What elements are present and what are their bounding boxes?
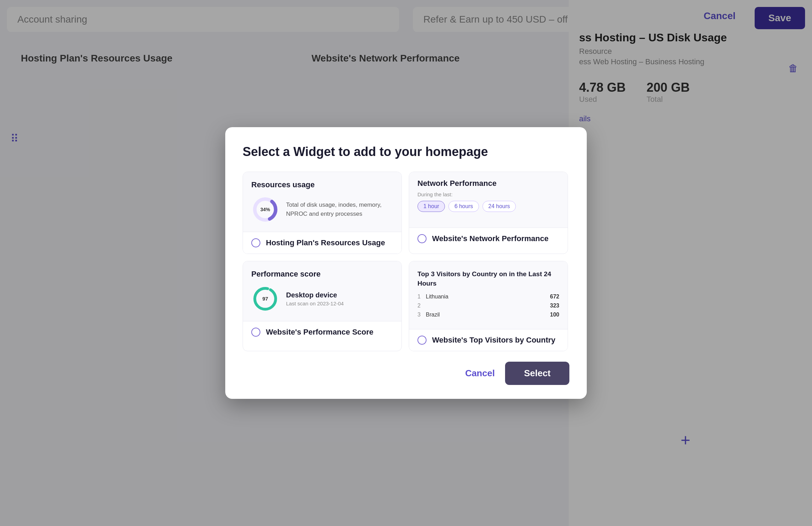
modal-cancel-button[interactable]: Cancel xyxy=(465,368,495,379)
network-radio[interactable] xyxy=(417,234,427,243)
time-pill-24hours[interactable]: 24 hours xyxy=(482,201,516,212)
resources-select-row[interactable]: Hosting Plan's Resources Usage xyxy=(243,232,401,254)
time-pill-6hours[interactable]: 6 hours xyxy=(448,201,479,212)
widget-card-top-visitors[interactable]: Top 3 Visitors by Country on in the Last… xyxy=(409,261,568,351)
resources-preview-text: Total of disk usage, inodes, memory, NPR… xyxy=(286,200,393,218)
resources-radio[interactable] xyxy=(251,238,260,247)
visitors-preview-title: Top 3 Visitors by Country on in the Last… xyxy=(417,270,559,288)
network-label: Website's Network Performance xyxy=(432,234,549,243)
modal-footer: Cancel Select xyxy=(243,362,569,385)
visitor-row-1: 1 Lithuania 672 xyxy=(417,294,559,300)
visitors-list: 1 Lithuania 672 2 323 3 Brazil 100 xyxy=(417,294,559,318)
visitor-count-1: 672 xyxy=(550,294,559,300)
widget-card-resources[interactable]: Resources usage 34% Total of disk usage,… xyxy=(243,172,402,254)
widget-grid: Resources usage 34% Total of disk usage,… xyxy=(243,172,569,351)
widget-select-modal: Select a Widget to add to your homepage … xyxy=(225,127,587,399)
visitor-row-2: 2 323 xyxy=(417,303,559,309)
widget-preview-top-visitors: Top 3 Visitors by Country on in the Last… xyxy=(409,261,568,329)
visitor-rank-1: 1 xyxy=(417,294,426,300)
perf-score-preview-title: Performance score xyxy=(251,270,393,279)
top-visitors-select-row[interactable]: Website's Top Visitors by Country xyxy=(409,329,568,351)
perf-score-label: Website's Performance Score xyxy=(266,328,373,337)
top-visitors-label: Website's Top Visitors by Country xyxy=(432,336,555,345)
time-pills: 1 hour 6 hours 24 hours xyxy=(417,201,559,212)
perf-scan-date: Last scan on 2023-12-04 xyxy=(286,301,344,306)
modal-select-button[interactable]: Select xyxy=(505,362,569,385)
widget-preview-network: Network Performance During the last: 1 h… xyxy=(409,172,568,228)
visitor-count-2: 323 xyxy=(550,303,559,309)
perf-score-radio[interactable] xyxy=(251,328,260,337)
widget-preview-perf-score: Performance score 97 Desktop device Last… xyxy=(243,261,401,321)
widget-card-network[interactable]: Network Performance During the last: 1 h… xyxy=(409,172,568,254)
visitor-rank-2: 2 xyxy=(417,303,426,309)
resources-donut-chart: 34% xyxy=(251,196,279,223)
svg-text:34%: 34% xyxy=(260,207,270,212)
visitor-count-3: 100 xyxy=(550,312,559,318)
visitor-country-1: Lithuania xyxy=(426,294,550,300)
visitor-country-3: Brazil xyxy=(426,312,550,318)
modal-title: Select a Widget to add to your homepage xyxy=(243,145,569,159)
resources-preview-title: Resources usage xyxy=(251,180,393,189)
during-label: During the last: xyxy=(417,191,559,197)
visitor-row-3: 3 Brazil 100 xyxy=(417,312,559,318)
network-preview-title: Network Performance xyxy=(417,179,559,188)
modal-overlay: Select a Widget to add to your homepage … xyxy=(0,0,812,526)
widget-card-perf-score[interactable]: Performance score 97 Desktop device Last… xyxy=(243,261,402,351)
resources-label: Hosting Plan's Resources Usage xyxy=(266,238,385,247)
perf-score-select-row[interactable]: Website's Performance Score xyxy=(243,321,401,343)
widget-preview-resources: Resources usage 34% Total of disk usage,… xyxy=(243,172,401,232)
perf-device-title: Desktop device xyxy=(286,291,344,299)
svg-text:97: 97 xyxy=(262,296,268,302)
network-select-row[interactable]: Website's Network Performance xyxy=(409,228,568,249)
time-pill-1hour[interactable]: 1 hour xyxy=(417,201,445,212)
visitor-rank-3: 3 xyxy=(417,312,426,318)
perf-score-donut-chart: 97 xyxy=(251,285,279,313)
top-visitors-radio[interactable] xyxy=(417,336,427,345)
